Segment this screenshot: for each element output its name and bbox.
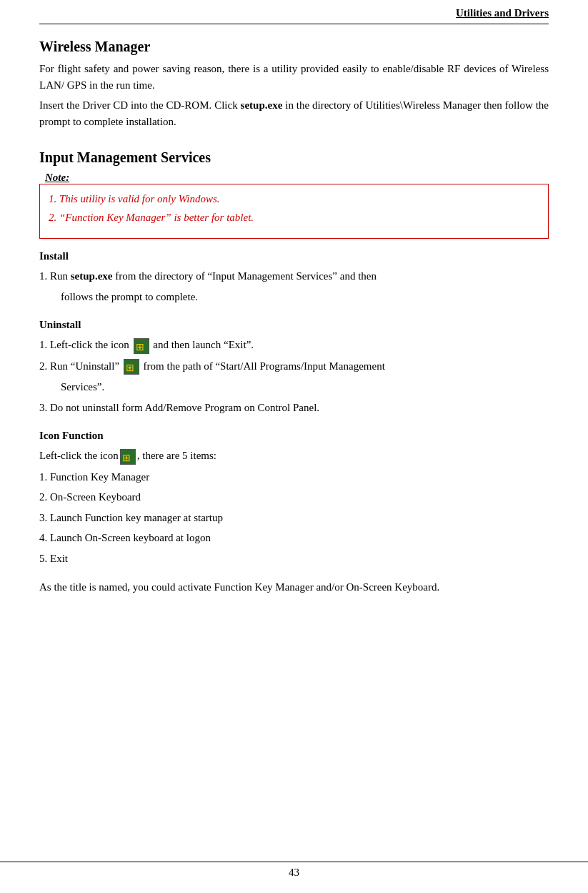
page-header: Utilities and Drivers xyxy=(39,7,549,24)
icon-function-section: Icon Function Left-click the icon, there… xyxy=(39,430,549,596)
install-section: Install 1. Run setup.exe from the direct… xyxy=(39,250,549,305)
header-title: Utilities and Drivers xyxy=(456,7,549,19)
install-step1-cont: follows the prompt to complete. xyxy=(39,289,549,305)
tray-icon-2 xyxy=(124,359,139,375)
install-step1-end: from the directory of “Input Management … xyxy=(113,270,377,282)
install-step1-start: 1. Run xyxy=(39,270,71,282)
note-line1: 1. This utility is valid for only Window… xyxy=(49,190,539,209)
note-line2: 2. “Function Key Manager” is better for … xyxy=(49,209,539,227)
tray-icon-1 xyxy=(134,338,149,354)
icon-function-closing: As the title is named, you could activat… xyxy=(39,579,549,596)
note-label: Note: xyxy=(39,172,549,184)
wireless-para1: For flight safety and power saving reaso… xyxy=(39,61,549,93)
uninstall-step1-start: 1. Left-click the icon xyxy=(39,339,132,350)
install-step1: 1. Run setup.exe from the directory of “… xyxy=(39,268,549,285)
uninstall-step2-end: from the path of “Start/All Programs/Inp… xyxy=(141,360,385,372)
note-box: 1. This utility is valid for only Window… xyxy=(39,184,549,239)
wireless-manager-title: Wireless Manager xyxy=(39,39,549,55)
install-setup-exe: setup.exe xyxy=(71,270,113,282)
icon-function-intro: Left-click the icon, there are 5 items: xyxy=(39,448,549,465)
icon-intro-end: , there are 5 items: xyxy=(137,450,216,461)
wireless-manager-section: Wireless Manager For flight safety and p… xyxy=(39,39,549,129)
install-title: Install xyxy=(39,250,549,262)
uninstall-title: Uninstall xyxy=(39,319,549,331)
input-mgmt-title: Input Management Services xyxy=(39,149,549,166)
page-footer: 43 xyxy=(0,862,588,879)
icon-item1: 1. Function Key Manager xyxy=(39,469,549,485)
tray-icon-3 xyxy=(120,449,136,465)
wireless-setup-exe: setup.exe xyxy=(241,99,283,111)
icon-item5: 5. Exit xyxy=(39,551,549,567)
icon-item4: 4. Launch On-Screen keyboard at logon xyxy=(39,530,549,546)
uninstall-step2: 2. Run “Uninstall” from the path of “Sta… xyxy=(39,358,549,375)
input-mgmt-section: Input Management Services Note: 1. This … xyxy=(39,149,549,239)
uninstall-step1: 1. Left-click the icon and then launch “… xyxy=(39,337,549,354)
icon-item2: 2. On-Screen Keyboard xyxy=(39,489,549,505)
icon-intro-start: Left-click the icon xyxy=(39,450,119,461)
wireless-para2-start: Insert the Driver CD into the CD-ROM. Cl… xyxy=(39,99,241,111)
icon-item3: 3. Launch Function key manager at startu… xyxy=(39,510,549,526)
icon-function-title: Icon Function xyxy=(39,430,549,442)
uninstall-step1-end: and then launch “Exit”. xyxy=(151,339,254,350)
uninstall-step2-cont: Services”. xyxy=(39,379,549,395)
uninstall-step2-start: 2. Run “Uninstall” xyxy=(39,360,122,372)
wireless-para2: Insert the Driver CD into the CD-ROM. Cl… xyxy=(39,97,549,129)
uninstall-step3: 3. Do not uninstall form Add/Remove Prog… xyxy=(39,400,549,416)
page-container: Utilities and Drivers Wireless Manager F… xyxy=(0,0,588,893)
page-number: 43 xyxy=(289,867,299,878)
uninstall-section: Uninstall 1. Left-click the icon and the… xyxy=(39,319,549,415)
